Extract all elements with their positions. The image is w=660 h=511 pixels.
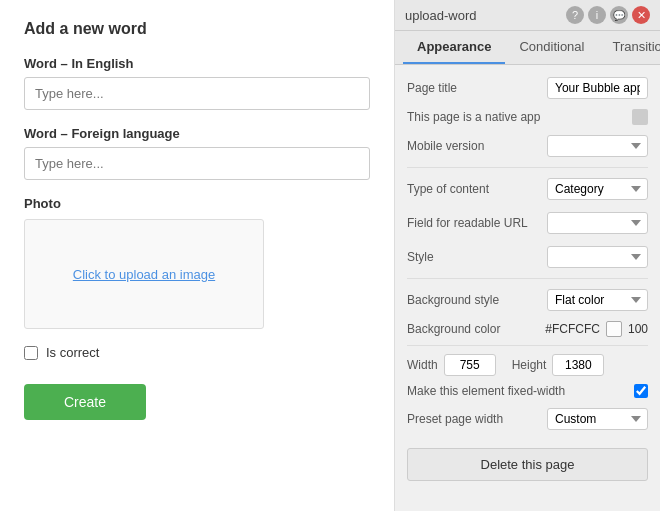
fixed-width-row: Make this element fixed-width — [407, 384, 648, 398]
panel-header: upload-word ? i 💬 ✕ — [395, 0, 660, 31]
word-foreign-input[interactable] — [24, 147, 370, 180]
readable-url-label: Field for readable URL — [407, 216, 547, 230]
height-group: Height — [512, 354, 605, 376]
word-english-input[interactable] — [24, 77, 370, 110]
preset-width-select[interactable]: Custom — [547, 408, 648, 430]
native-app-toggle[interactable] — [632, 109, 648, 125]
page-title: Add a new word — [24, 20, 370, 38]
bg-style-value: Flat color — [547, 289, 648, 311]
style-row: Style — [407, 244, 648, 270]
style-select[interactable] — [547, 246, 648, 268]
bg-color-label: Background color — [407, 322, 545, 336]
divider-2 — [407, 278, 648, 279]
width-label: Width — [407, 358, 438, 372]
style-label: Style — [407, 250, 547, 264]
width-group: Width — [407, 354, 496, 376]
bg-style-label: Background style — [407, 293, 547, 307]
native-app-row: This page is a native app — [407, 109, 648, 125]
is-correct-row: Is correct — [24, 345, 370, 360]
info-icon[interactable]: i — [588, 6, 606, 24]
header-icons: ? i 💬 ✕ — [566, 6, 650, 24]
bg-color-row: Background color #FCFCFC 100 — [407, 321, 648, 337]
preset-width-value: Custom — [547, 408, 648, 430]
bg-color-group: #FCFCFC 100 — [545, 321, 648, 337]
panel-title: upload-word — [405, 8, 560, 23]
content-type-label: Type of content — [407, 182, 547, 196]
native-app-label: This page is a native app — [407, 110, 632, 124]
photo-upload-text: Click to upload an image — [73, 267, 215, 282]
width-input[interactable] — [444, 354, 496, 376]
left-panel: Add a new word Word – In English Word – … — [0, 0, 395, 511]
page-title-input[interactable] — [547, 77, 648, 99]
preset-width-label: Preset page width — [407, 412, 547, 426]
right-panel: upload-word ? i 💬 ✕ Appearance Condition… — [395, 0, 660, 511]
tabs-row: Appearance Conditional Transitions — [395, 31, 660, 65]
preset-width-row: Preset page width Custom — [407, 406, 648, 432]
divider-3 — [407, 345, 648, 346]
help-icon[interactable]: ? — [566, 6, 584, 24]
is-correct-label: Is correct — [46, 345, 99, 360]
mobile-version-select[interactable] — [547, 135, 648, 157]
fixed-width-checkbox[interactable] — [634, 384, 648, 398]
tab-appearance[interactable]: Appearance — [403, 31, 505, 64]
photo-upload-box[interactable]: Click to upload an image — [24, 219, 264, 329]
chat-icon[interactable]: 💬 — [610, 6, 628, 24]
word-english-label: Word – In English — [24, 56, 370, 71]
bg-style-row: Background style Flat color — [407, 287, 648, 313]
content-type-value: Category — [547, 178, 648, 200]
create-button[interactable]: Create — [24, 384, 146, 420]
readable-url-row: Field for readable URL — [407, 210, 648, 236]
page-title-field-label: Page title — [407, 81, 547, 95]
height-label: Height — [512, 358, 547, 372]
mobile-version-label: Mobile version — [407, 139, 547, 153]
photo-section-label: Photo — [24, 196, 370, 211]
tab-conditional[interactable]: Conditional — [505, 31, 598, 64]
tab-transitions[interactable]: Transitions — [598, 31, 660, 64]
content-type-row: Type of content Category — [407, 176, 648, 202]
content-type-select[interactable]: Category — [547, 178, 648, 200]
style-value — [547, 246, 648, 268]
panel-content: Page title This page is a native app Mob… — [395, 65, 660, 511]
page-title-row: Page title — [407, 75, 648, 101]
fixed-width-label: Make this element fixed-width — [407, 384, 634, 398]
divider-1 — [407, 167, 648, 168]
bg-color-opacity: 100 — [628, 322, 648, 336]
word-foreign-label: Word – Foreign language — [24, 126, 370, 141]
readable-url-select[interactable] — [547, 212, 648, 234]
height-input[interactable] — [552, 354, 604, 376]
mobile-version-value — [547, 135, 648, 157]
is-correct-checkbox[interactable] — [24, 346, 38, 360]
bg-color-swatch[interactable] — [606, 321, 622, 337]
close-icon[interactable]: ✕ — [632, 6, 650, 24]
mobile-version-row: Mobile version — [407, 133, 648, 159]
bg-color-hex: #FCFCFC — [545, 322, 600, 336]
dimension-row: Width Height — [407, 354, 648, 376]
bg-style-select[interactable]: Flat color — [547, 289, 648, 311]
delete-page-button[interactable]: Delete this page — [407, 448, 648, 481]
readable-url-value — [547, 212, 648, 234]
page-title-field-value — [547, 77, 648, 99]
